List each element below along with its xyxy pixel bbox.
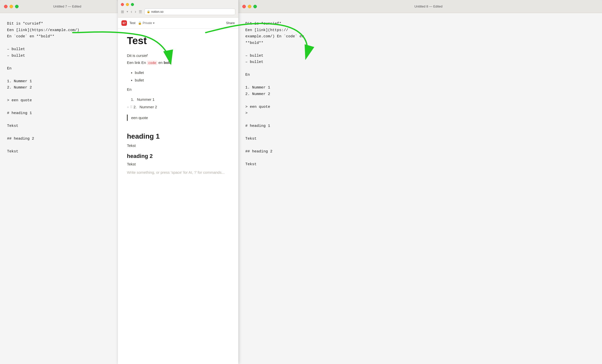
forward-icon[interactable]: › [135,9,136,14]
browser-nav-bar: ⊞ ▾ ‹ › ☰ 🔒 notion.so [118,8,238,16]
right-editor-window: Untitled 8 — Edited Dit is *cursief* Een… [238,0,602,364]
browser-max-button[interactable] [131,3,134,6]
notion-privacy-indicator[interactable]: 🔒 Private ▾ [138,21,155,25]
italic-text: cursief [136,53,147,58]
bullet-item-2: bullet [127,77,229,84]
notion-en-label: En [127,86,229,93]
numbered-item-1: 1. Nummer 1 [127,96,229,103]
spacer-1 [127,67,229,69]
spacer-4 [127,111,229,114]
browser-window: ⊞ ▾ ‹ › ☰ 🔒 notion.so 67 Test 🔒 Private … [118,0,238,364]
left-editor-content[interactable]: Dit is *cursief* Een [link](https://exam… [0,13,118,364]
notion-page-title: Test [127,35,229,47]
browser-chrome: ⊞ ▾ ‹ › ☰ 🔒 notion.so [118,0,238,18]
notion-page-body[interactable]: Test Dit is cursief Een link En code en … [118,29,238,364]
drag-icon[interactable]: ⠿ [130,105,132,109]
notion-text-after-h2: Tekst [127,161,229,167]
browser-traffic-lights [118,2,238,8]
quote-block: een quote [127,115,229,121]
row-controls: + ⠿ [127,105,132,109]
bold-text: bold [164,60,172,65]
spacer-5 [127,122,229,124]
right-minimize-button[interactable] [248,5,251,8]
layout-icon[interactable]: ⊞ [121,10,124,14]
notion-toolbar: 67 Test 🔒 Private ▾ Share [118,18,238,29]
address-text: notion.so [151,10,164,14]
lock-small-icon: 🔒 [138,21,142,25]
notion-text-after-h1: Tekst [127,143,229,149]
bullet-text-2: bullet [135,77,144,83]
back-icon[interactable]: ‹ [131,9,132,14]
notion-heading-1: heading 1 [127,132,229,141]
quote-text: een quote [131,116,148,120]
lock-icon: 🔒 [147,10,150,13]
num-2: 2. [133,104,137,110]
right-window-title: Untitled 8 — Edited [259,5,598,8]
bullet-item-1: bullet [127,69,229,77]
maximize-button[interactable] [15,5,19,8]
right-close-button[interactable] [242,5,246,8]
add-icon[interactable]: + [127,105,129,109]
minimize-button[interactable] [10,5,13,8]
numbered-item-2-row: + ⠿ 2. Nummer 2 [127,103,229,111]
notion-tab-label[interactable]: Test [129,21,135,25]
left-editor-window: Untitled 7 — Edited Dit is *cursief* Een… [0,0,118,364]
left-window-title: Untitled 7 — Edited [21,5,114,8]
right-titlebar: Untitled 8 — Edited [238,0,602,13]
numbered-item-2: 2. Nummer 2 [133,104,157,111]
reader-icon[interactable]: ☰ [139,10,142,14]
code-span: code [147,61,157,65]
privacy-label: Private [143,21,152,25]
close-button[interactable] [4,5,8,8]
right-editor-content[interactable]: Dit is *cursief* Een [link](https:// exa… [238,13,602,364]
spacer-2 [127,84,229,86]
browser-min-button[interactable] [126,3,129,6]
left-titlebar: Untitled 7 — Edited [0,0,118,13]
spacer-3 [127,94,229,96]
spacer-6 [127,124,229,127]
address-bar[interactable]: 🔒 notion.so [144,9,235,15]
notion-tab-badge: 67 [121,20,127,26]
notion-placeholder[interactable]: Write something, or press 'space' for AI… [127,170,229,174]
right-maximize-button[interactable] [253,5,257,8]
num-1-text: Nummer 1 [137,97,155,103]
share-button[interactable]: Share [226,21,235,25]
browser-close-button[interactable] [121,3,124,6]
chevron-privacy-icon: ▾ [153,21,155,25]
bullet-text-1: bullet [135,70,144,76]
notion-text-link-bold: Een link En code en bold [127,60,229,66]
num-1: 1. [131,97,135,103]
num-2-text: Nummer 2 [139,104,157,110]
chevron-down-icon[interactable]: ▾ [127,10,128,13]
notion-text-cursief: Dit is cursief [127,53,229,59]
notion-heading-2: heading 2 [127,153,229,160]
